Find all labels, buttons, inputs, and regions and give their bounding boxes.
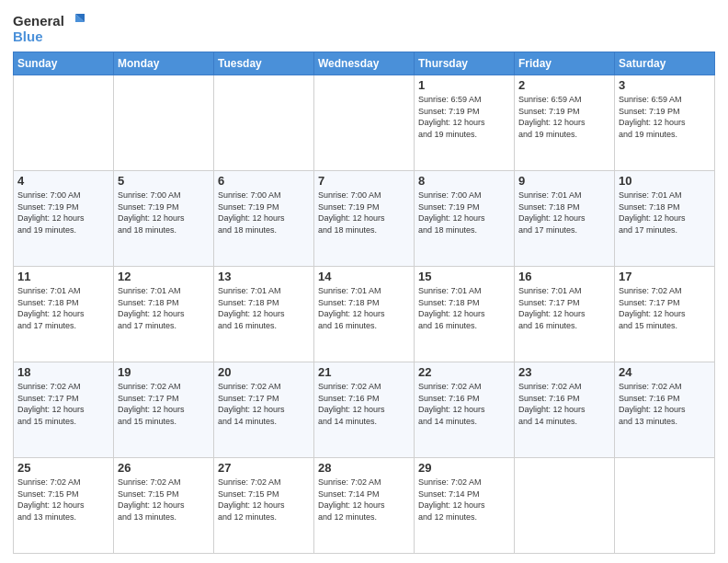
day-info: Sunrise: 7:01 AMSunset: 7:18 PMDaylight:…	[318, 285, 410, 331]
day-info: Sunrise: 7:02 AMSunset: 7:15 PMDaylight:…	[17, 477, 109, 523]
week-row-4: 18Sunrise: 7:02 AMSunset: 7:17 PMDayligh…	[14, 362, 715, 458]
day-number: 7	[318, 174, 410, 188]
day-cell: 20Sunrise: 7:02 AMSunset: 7:17 PMDayligh…	[214, 362, 314, 458]
day-number: 28	[318, 461, 410, 475]
day-info: Sunrise: 7:02 AMSunset: 7:16 PMDaylight:…	[518, 381, 610, 427]
day-info: Sunrise: 7:00 AMSunset: 7:19 PMDaylight:…	[118, 190, 210, 236]
day-number: 17	[619, 270, 711, 283]
day-number: 10	[619, 174, 711, 188]
day-cell: 3Sunrise: 6:59 AMSunset: 7:19 PMDaylight…	[615, 75, 715, 171]
week-row-2: 4Sunrise: 7:00 AMSunset: 7:19 PMDaylight…	[14, 171, 715, 267]
day-number: 15	[418, 270, 510, 283]
col-header-sunday: Sunday	[14, 52, 114, 75]
week-row-5: 25Sunrise: 7:02 AMSunset: 7:15 PMDayligh…	[14, 458, 715, 554]
day-cell: 8Sunrise: 7:00 AMSunset: 7:19 PMDaylight…	[415, 171, 515, 267]
day-cell	[615, 458, 715, 554]
day-info: Sunrise: 7:00 AMSunset: 7:19 PMDaylight:…	[17, 190, 109, 236]
day-cell: 24Sunrise: 7:02 AMSunset: 7:16 PMDayligh…	[615, 362, 715, 458]
day-cell: 18Sunrise: 7:02 AMSunset: 7:17 PMDayligh…	[14, 362, 114, 458]
day-info: Sunrise: 7:02 AMSunset: 7:14 PMDaylight:…	[318, 477, 410, 523]
day-number: 1	[418, 78, 510, 92]
day-info: Sunrise: 7:02 AMSunset: 7:17 PMDaylight:…	[17, 381, 109, 427]
day-cell: 22Sunrise: 7:02 AMSunset: 7:16 PMDayligh…	[415, 362, 515, 458]
day-info: Sunrise: 6:59 AMSunset: 7:19 PMDaylight:…	[619, 94, 711, 140]
day-cell: 26Sunrise: 7:02 AMSunset: 7:15 PMDayligh…	[114, 458, 214, 554]
col-header-wednesday: Wednesday	[314, 52, 415, 75]
day-cell: 17Sunrise: 7:02 AMSunset: 7:17 PMDayligh…	[615, 267, 715, 362]
day-number: 9	[518, 174, 610, 188]
day-number: 23	[518, 365, 610, 379]
day-info: Sunrise: 7:01 AMSunset: 7:18 PMDaylight:…	[218, 285, 310, 331]
day-cell: 15Sunrise: 7:01 AMSunset: 7:18 PMDayligh…	[415, 267, 515, 362]
day-number: 16	[518, 270, 610, 283]
day-cell: 2Sunrise: 6:59 AMSunset: 7:19 PMDaylight…	[515, 75, 615, 171]
day-cell: 12Sunrise: 7:01 AMSunset: 7:18 PMDayligh…	[114, 267, 214, 362]
day-cell: 14Sunrise: 7:01 AMSunset: 7:18 PMDayligh…	[314, 267, 415, 362]
day-number: 8	[418, 174, 510, 188]
day-info: Sunrise: 7:02 AMSunset: 7:16 PMDaylight:…	[619, 381, 711, 427]
day-number: 5	[118, 174, 210, 188]
day-number: 19	[118, 365, 210, 379]
col-header-saturday: Saturday	[615, 52, 715, 75]
svg-text:General: General	[13, 13, 64, 29]
day-info: Sunrise: 7:00 AMSunset: 7:19 PMDaylight:…	[418, 190, 510, 236]
day-cell: 23Sunrise: 7:02 AMSunset: 7:16 PMDayligh…	[515, 362, 615, 458]
day-cell: 27Sunrise: 7:02 AMSunset: 7:15 PMDayligh…	[214, 458, 314, 554]
day-cell	[214, 75, 314, 171]
logo-svg: GeneralBlue	[13, 9, 86, 46]
day-number: 2	[518, 78, 610, 92]
day-info: Sunrise: 7:02 AMSunset: 7:15 PMDaylight:…	[218, 477, 310, 523]
day-number: 26	[118, 461, 210, 475]
day-info: Sunrise: 7:02 AMSunset: 7:17 PMDaylight:…	[218, 381, 310, 427]
day-info: Sunrise: 7:01 AMSunset: 7:18 PMDaylight:…	[518, 190, 610, 236]
day-cell: 10Sunrise: 7:01 AMSunset: 7:18 PMDayligh…	[615, 171, 715, 267]
day-cell	[14, 75, 114, 171]
day-number: 21	[318, 365, 410, 379]
day-number: 25	[17, 461, 109, 475]
day-cell: 1Sunrise: 6:59 AMSunset: 7:19 PMDaylight…	[415, 75, 515, 171]
day-info: Sunrise: 7:01 AMSunset: 7:18 PMDaylight:…	[118, 285, 210, 331]
day-info: Sunrise: 7:01 AMSunset: 7:17 PMDaylight:…	[518, 285, 610, 331]
day-cell	[314, 75, 415, 171]
day-cell	[114, 75, 214, 171]
page-header: GeneralBlue	[13, 9, 715, 46]
day-info: Sunrise: 7:02 AMSunset: 7:14 PMDaylight:…	[418, 477, 510, 523]
svg-text:Blue: Blue	[13, 29, 43, 44]
day-cell: 19Sunrise: 7:02 AMSunset: 7:17 PMDayligh…	[114, 362, 214, 458]
day-number: 14	[318, 270, 410, 283]
calendar: SundayMondayTuesdayWednesdayThursdayFrid…	[13, 52, 715, 554]
day-number: 13	[218, 270, 310, 283]
day-number: 11	[17, 270, 109, 283]
day-cell: 4Sunrise: 7:00 AMSunset: 7:19 PMDaylight…	[14, 171, 114, 267]
day-number: 29	[418, 461, 510, 475]
day-number: 27	[218, 461, 310, 475]
day-cell: 25Sunrise: 7:02 AMSunset: 7:15 PMDayligh…	[14, 458, 114, 554]
day-info: Sunrise: 7:02 AMSunset: 7:17 PMDaylight:…	[619, 285, 711, 331]
day-info: Sunrise: 6:59 AMSunset: 7:19 PMDaylight:…	[418, 94, 510, 140]
day-number: 6	[218, 174, 310, 188]
day-cell	[515, 458, 615, 554]
day-info: Sunrise: 7:01 AMSunset: 7:18 PMDaylight:…	[619, 190, 711, 236]
week-row-3: 11Sunrise: 7:01 AMSunset: 7:18 PMDayligh…	[14, 267, 715, 362]
day-info: Sunrise: 6:59 AMSunset: 7:19 PMDaylight:…	[518, 94, 610, 140]
day-info: Sunrise: 7:00 AMSunset: 7:19 PMDaylight:…	[318, 190, 410, 236]
day-number: 20	[218, 365, 310, 379]
day-number: 24	[619, 365, 711, 379]
logo: GeneralBlue	[13, 9, 86, 46]
day-cell: 7Sunrise: 7:00 AMSunset: 7:19 PMDaylight…	[314, 171, 415, 267]
day-cell: 29Sunrise: 7:02 AMSunset: 7:14 PMDayligh…	[415, 458, 515, 554]
day-number: 22	[418, 365, 510, 379]
day-info: Sunrise: 7:02 AMSunset: 7:16 PMDaylight:…	[418, 381, 510, 427]
calendar-header-row: SundayMondayTuesdayWednesdayThursdayFrid…	[14, 52, 715, 75]
day-cell: 6Sunrise: 7:00 AMSunset: 7:19 PMDaylight…	[214, 171, 314, 267]
calendar-table: SundayMondayTuesdayWednesdayThursdayFrid…	[13, 52, 715, 554]
week-row-1: 1Sunrise: 6:59 AMSunset: 7:19 PMDaylight…	[14, 75, 715, 171]
day-cell: 28Sunrise: 7:02 AMSunset: 7:14 PMDayligh…	[314, 458, 415, 554]
day-info: Sunrise: 7:00 AMSunset: 7:19 PMDaylight:…	[218, 190, 310, 236]
day-number: 3	[619, 78, 711, 92]
col-header-monday: Monday	[114, 52, 214, 75]
day-number: 18	[17, 365, 109, 379]
col-header-thursday: Thursday	[415, 52, 515, 75]
day-info: Sunrise: 7:02 AMSunset: 7:15 PMDaylight:…	[118, 477, 210, 523]
day-cell: 16Sunrise: 7:01 AMSunset: 7:17 PMDayligh…	[515, 267, 615, 362]
